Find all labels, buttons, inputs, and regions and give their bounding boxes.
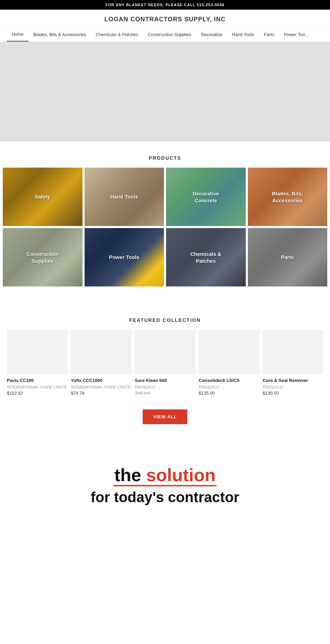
category-safety-label: Safety	[7, 193, 78, 200]
featured-img-sureklean	[135, 330, 195, 374]
category-chemicals[interactable]: Chemicals &Patches	[166, 228, 246, 286]
main-nav: Home Blades, Bits & Accessories Chemical…	[0, 27, 330, 42]
site-title: LOGAN CONTRACTORS SUPPLY, INC	[0, 16, 330, 23]
featured-vendor-pavix: INTERNATIONAL CHEM CRETE	[7, 385, 67, 389]
tagline-section: the solution for today's contractor	[0, 445, 330, 512]
featured-soldout-sureklean: Sold out	[135, 391, 195, 395]
category-handtools-label: Hand Tools	[88, 193, 160, 200]
category-parts[interactable]: Parts	[248, 228, 328, 286]
site-header: LOGAN CONTRACTORS SUPPLY, INC	[0, 10, 330, 27]
category-parts-label: Parts	[252, 254, 323, 261]
featured-name-pavix: Pavix CC100	[7, 378, 67, 384]
category-blades-label: Blades, Bits,Accessories	[252, 190, 323, 204]
banner-text: FOR ANY BLANKET NEEDS, PLEASE CALL 515-2…	[106, 3, 224, 7]
category-chemicals-label: Chemicals &Patches	[170, 251, 242, 264]
category-handtools[interactable]: Hand Tools	[85, 168, 164, 226]
products-title: PRODUCTS	[0, 142, 330, 168]
featured-vendor-consolideck: PROSOCO	[199, 385, 259, 389]
featured-price-yufix: $74.78	[71, 391, 131, 396]
tagline-underline	[113, 485, 217, 486]
featured-vendor-yufix: INTERNATIONAL CHEM CRETE	[71, 385, 131, 389]
view-all-button[interactable]: VIEW ALL	[143, 409, 187, 424]
featured-section: FEATURED COLLECTION Pavix CC100 INTERNAT…	[0, 290, 330, 445]
nav-chemicals[interactable]: Chemicals & Patches	[91, 28, 143, 41]
featured-name-consolideck: Consolideck LS/CS	[199, 378, 259, 384]
nav-powertools[interactable]: Power Too...	[279, 28, 314, 41]
featured-vendor-cureseal: PROSOCO	[263, 385, 323, 389]
nav-construction[interactable]: Construction Supplies	[143, 28, 196, 41]
hero-slideshow[interactable]	[0, 42, 330, 142]
view-all-wrap: VIEW ALL	[7, 399, 323, 438]
featured-price-consolideck: $135.00	[199, 391, 259, 396]
tagline-line1: the solution	[7, 465, 323, 485]
featured-item-cureseal[interactable]: Cure & Seal Remover PROSOCO $130.50	[263, 330, 323, 396]
category-construction[interactable]: ConstructionSupplies	[3, 228, 82, 286]
products-section: PRODUCTS Safety Hand Tools DecorativeCon…	[0, 142, 330, 290]
featured-item-yufix[interactable]: Yufix CCC1000 INTERNATIONAL CHEM CRETE $…	[71, 330, 131, 396]
tagline-highlight: solution	[146, 465, 216, 485]
category-blades[interactable]: Blades, Bits,Accessories	[248, 168, 328, 226]
category-construction-label: ConstructionSupplies	[7, 251, 78, 264]
featured-name-sureklean: Sure Klean 600	[135, 378, 195, 384]
featured-img-pavix	[7, 330, 67, 374]
featured-item-pavix[interactable]: Pavix CC100 INTERNATIONAL CHEM CRETE $10…	[7, 330, 67, 396]
nav-home[interactable]: Home	[7, 27, 29, 42]
featured-price-cureseal: $130.50	[263, 391, 323, 396]
top-banner: FOR ANY BLANKET NEEDS, PLEASE CALL 515-2…	[0, 0, 330, 10]
nav-parts[interactable]: Parts	[259, 28, 279, 41]
tagline-line2: for today's contractor	[7, 489, 323, 506]
category-decorative-concrete[interactable]: DecorativeConcrete	[166, 168, 246, 226]
featured-price-pavix: $102.82	[7, 391, 67, 396]
nav-handtools[interactable]: Hand Tools	[227, 28, 259, 41]
featured-img-cureseal	[263, 330, 323, 374]
category-safety[interactable]: Safety	[3, 168, 82, 226]
nav-decorative[interactable]: Decorative	[196, 28, 227, 41]
products-grid: Safety Hand Tools DecorativeConcrete Bla…	[0, 168, 330, 290]
category-decorative-label: DecorativeConcrete	[170, 190, 242, 204]
featured-name-yufix: Yufix CCC1000	[71, 378, 131, 384]
featured-img-consolideck	[199, 330, 259, 374]
featured-item-sureklean[interactable]: Sure Klean 600 PROSOCO Sold out	[135, 330, 195, 396]
featured-item-consolideck[interactable]: Consolideck LS/CS PROSOCO $135.00	[199, 330, 259, 396]
featured-vendor-sureklean: PROSOCO	[135, 385, 195, 389]
category-powertools[interactable]: Power Tools	[85, 228, 164, 286]
featured-title: FEATURED COLLECTION	[7, 304, 323, 330]
featured-name-cureseal: Cure & Seal Remover	[263, 378, 323, 384]
featured-grid: Pavix CC100 INTERNATIONAL CHEM CRETE $10…	[7, 330, 323, 399]
featured-img-yufix	[71, 330, 131, 374]
category-powertools-label: Power Tools	[88, 254, 160, 261]
nav-blades[interactable]: Blades, Bits & Accessories	[29, 28, 91, 41]
